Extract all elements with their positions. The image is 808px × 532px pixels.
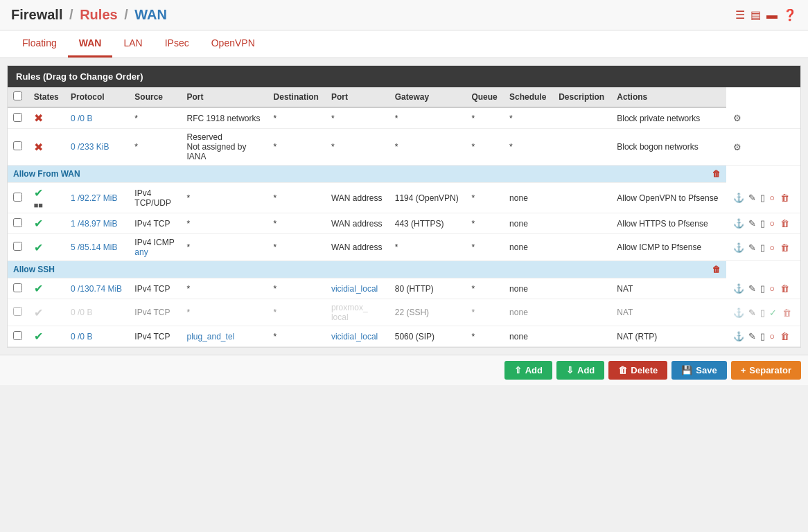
anchor-icon[interactable]: ⚓	[732, 283, 746, 294]
row-checkbox[interactable]	[13, 113, 22, 122]
log-icon: ■■	[34, 201, 43, 209]
copy-icon[interactable]: ▯	[759, 242, 766, 254]
group-delete-icon[interactable]: 🗑	[712, 169, 721, 179]
action-icons-group: ⚙	[732, 141, 795, 153]
state-disabled-icon: ✖	[34, 112, 43, 124]
trash-icon[interactable]: 🗑	[779, 218, 791, 229]
copy-icon[interactable]: ▯	[759, 192, 766, 204]
copy-icon[interactable]: ▯	[759, 307, 766, 319]
rule-protocol: IPv4 ICMPany	[129, 234, 181, 261]
tab-ipsec[interactable]: IPsec	[154, 30, 200, 57]
trash-icon[interactable]: 🗑	[779, 242, 791, 254]
rule-port-src: *	[268, 183, 326, 213]
add-up-arrow-icon: ⇧	[514, 365, 522, 375]
rule-protocol: *	[129, 129, 181, 166]
rule-queue: none	[504, 213, 553, 234]
edit-icon[interactable]: ✎	[747, 330, 757, 342]
edit-icon[interactable]: ✎	[747, 242, 757, 254]
rule-protocol: *	[129, 107, 181, 129]
rule-gateway: *	[466, 107, 504, 129]
rule-states-count: 0 /130.74 MiB	[65, 278, 129, 299]
edit-icon[interactable]: ✎	[747, 218, 757, 229]
add-up-button[interactable]: ⇧ Add	[504, 361, 552, 380]
trash-icon[interactable]: 🗑	[779, 330, 791, 342]
edit-icon[interactable]: ✎	[747, 283, 757, 294]
checkbox-cell	[8, 234, 28, 261]
row-checkbox[interactable]	[13, 331, 22, 340]
table-row: ✖ 0 /233 KiB * ReservedNot assigned byIA…	[8, 129, 800, 166]
trash-icon[interactable]: 🗑	[781, 307, 793, 319]
rule-source: plug_and_tel	[181, 326, 267, 347]
disable-icon[interactable]: ○	[768, 218, 776, 229]
trash-icon[interactable]: 🗑	[779, 192, 791, 204]
rule-protocol: IPv4 TCP	[129, 326, 181, 347]
copy-icon[interactable]: ▯	[759, 283, 766, 294]
anchor-icon[interactable]: ⚓	[732, 330, 746, 342]
rule-port-src: *	[268, 213, 326, 234]
disable-icon[interactable]: ○	[768, 242, 776, 254]
rule-port-dst: *	[389, 129, 466, 166]
anchor-icon[interactable]: ⚓	[732, 242, 746, 254]
anchor-icon[interactable]: ⚓	[732, 218, 746, 229]
row-checkbox[interactable]	[13, 307, 22, 316]
disable-icon[interactable]: ○	[768, 330, 776, 342]
breadcrumb-rules[interactable]: Rules	[80, 7, 117, 22]
row-checkbox[interactable]	[13, 283, 22, 292]
enable-icon[interactable]: ✓	[768, 307, 778, 319]
tab-bar: Floating WAN LAN IPsec OpenVPN	[0, 30, 808, 58]
rule-port-src: *	[268, 299, 326, 326]
tab-floating[interactable]: Floating	[11, 30, 68, 57]
rule-schedule	[553, 183, 611, 213]
gear-icon[interactable]: ⚙	[732, 112, 743, 124]
rule-destination: *	[326, 107, 389, 129]
separator-button[interactable]: + Separator	[731, 361, 801, 380]
disable-icon[interactable]: ○	[768, 192, 776, 204]
rule-destination: proxmox_local	[326, 299, 389, 326]
tab-openvpn[interactable]: OpenVPN	[200, 30, 266, 57]
col-protocol: Protocol	[65, 87, 129, 107]
rule-states-count: 1 /92.27 MiB	[65, 183, 129, 213]
checkbox-cell	[8, 129, 28, 166]
rule-state: ✔	[28, 213, 65, 234]
tab-lan[interactable]: LAN	[112, 30, 153, 57]
delete-button[interactable]: 🗑 Delete	[608, 361, 667, 380]
rule-description: Allow HTTPS to Pfsense	[611, 213, 726, 234]
trash-icon[interactable]: 🗑	[779, 283, 791, 294]
anchor-icon[interactable]: ⚓	[732, 192, 746, 204]
disable-icon[interactable]: ○	[768, 283, 776, 294]
copy-icon[interactable]: ▯	[759, 218, 766, 229]
select-all-checkbox[interactable]	[13, 91, 22, 100]
rule-port-dst: *	[389, 234, 466, 261]
rule-source: *	[181, 183, 267, 213]
group-delete-icon[interactable]: 🗑	[712, 265, 721, 274]
list-icon[interactable]: ▬	[766, 9, 778, 21]
add-down-button[interactable]: ⇩ Add	[556, 361, 604, 380]
rule-gateway: *	[466, 326, 504, 347]
tab-wan[interactable]: WAN	[68, 30, 113, 57]
rule-gateway: *	[466, 213, 504, 234]
row-checkbox[interactable]	[13, 141, 22, 150]
rules-table: States Protocol Source Port Destination …	[8, 87, 800, 347]
rule-destination: vicidial_local	[326, 278, 389, 299]
sliders-icon[interactable]: ☰	[735, 8, 745, 21]
action-icons-group: ⚓ ✎ ▯ ✓ 🗑	[732, 307, 795, 319]
breadcrumb: Firewall / Rules / WAN	[11, 7, 167, 23]
edit-icon[interactable]: ✎	[747, 192, 757, 204]
row-checkbox[interactable]	[13, 193, 22, 202]
anchor-icon[interactable]: ⚓	[732, 307, 746, 319]
help-icon[interactable]: ❓	[783, 8, 797, 21]
state-disabled-icon: ✔	[34, 307, 43, 319]
row-checkbox[interactable]	[13, 242, 22, 251]
col-gateway: Gateway	[389, 87, 466, 107]
state-cell: ✔ ■■	[34, 186, 60, 209]
bar-chart-icon[interactable]: ▤	[750, 8, 761, 21]
gear-icon[interactable]: ⚙	[732, 141, 743, 153]
copy-icon[interactable]: ▯	[759, 330, 766, 342]
save-button[interactable]: 💾 Save	[671, 361, 726, 380]
col-queue: Queue	[466, 87, 504, 107]
rule-port-src: *	[268, 129, 326, 166]
breadcrumb-firewall: Firewall	[11, 7, 62, 22]
col-destination: Destination	[268, 87, 326, 107]
row-checkbox[interactable]	[13, 218, 22, 227]
edit-icon[interactable]: ✎	[747, 307, 757, 319]
